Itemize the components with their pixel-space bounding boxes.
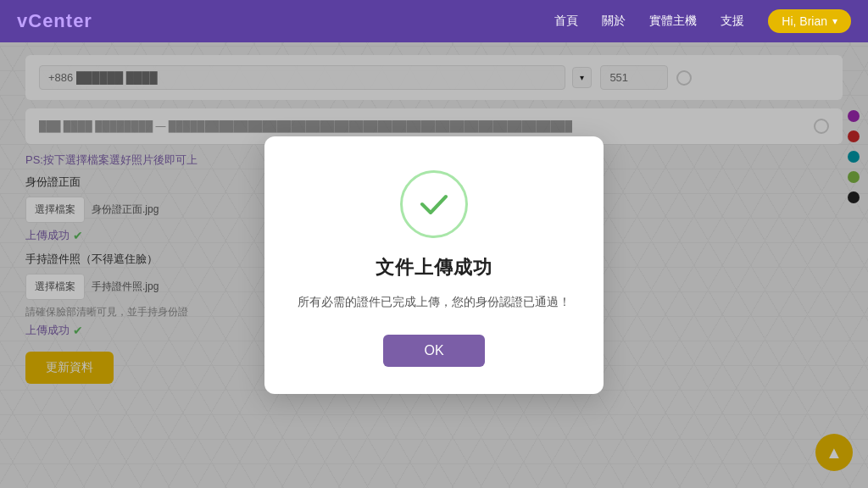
navbar-links: 首頁 關於 實體主機 支援 Hi, Brian xyxy=(554,9,851,33)
brand-logo: vCenter xyxy=(17,10,92,32)
modal-ok-button[interactable]: OK xyxy=(383,335,484,367)
user-menu-button[interactable]: Hi, Brian xyxy=(768,9,851,33)
modal-message: 所有必需的證件已完成上傳，您的身份認證已通過！ xyxy=(298,292,570,311)
modal-box: 文件上傳成功 所有必需的證件已完成上傳，您的身份認證已通過！ OK xyxy=(264,136,604,394)
brand-v: v xyxy=(17,10,28,31)
nav-host[interactable]: 實體主機 xyxy=(649,14,697,29)
modal-overlay: 文件上傳成功 所有必需的證件已完成上傳，您的身份認證已通過！ OK xyxy=(0,42,868,488)
modal-success-icon xyxy=(400,170,468,238)
page-background: +886 ██████ ████ 551 ███ ████ ████████ —… xyxy=(0,42,868,488)
nav-support[interactable]: 支援 xyxy=(721,14,744,29)
checkmark-svg xyxy=(415,186,453,223)
navbar: vCenter 首頁 關於 實體主機 支援 Hi, Brian xyxy=(0,0,868,42)
nav-about[interactable]: 關於 xyxy=(602,14,626,29)
brand-name: Center xyxy=(28,10,92,31)
nav-home[interactable]: 首頁 xyxy=(554,14,578,29)
modal-title: 文件上傳成功 xyxy=(376,255,492,280)
